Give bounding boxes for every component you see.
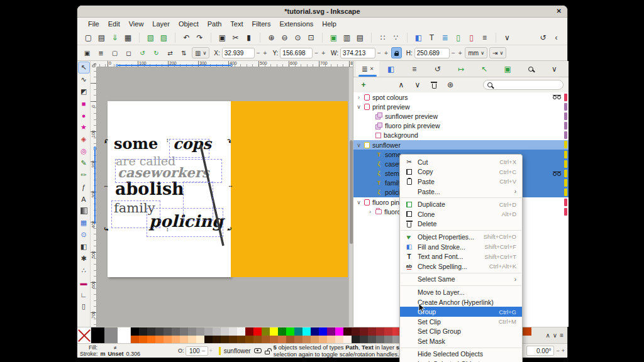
y-input[interactable] <box>280 48 313 58</box>
flip-horizontal-icon[interactable]: ⇄ <box>164 47 176 59</box>
visibility-glasses-icon[interactable] <box>553 95 561 99</box>
skew-handle-right[interactable]: ↔ <box>228 183 233 189</box>
palette-swatch[interactable] <box>343 327 352 336</box>
rectangle-tool[interactable]: ■ <box>78 97 90 109</box>
rotate-ccw-icon[interactable]: ↺ <box>136 47 148 59</box>
paint-bucket-tool[interactable]: ◧ <box>78 241 90 253</box>
menu-item-delete[interactable]: Delete <box>400 219 522 229</box>
menu-item-text-and-font-[interactable]: TText and Font...Shift+Ctrl+T <box>400 251 522 261</box>
menu-item-set-mask[interactable]: Set Mask <box>400 336 522 346</box>
palette-swatch[interactable] <box>352 336 360 343</box>
lock-ratio-button[interactable] <box>391 47 402 58</box>
palette-swatch[interactable] <box>270 327 278 336</box>
palette-swatch[interactable] <box>286 336 294 343</box>
palette-swatch[interactable] <box>253 327 262 336</box>
x-minus[interactable]: − <box>255 50 262 57</box>
palette-swatch[interactable] <box>147 327 155 336</box>
palette-swatch[interactable] <box>368 336 376 343</box>
menu-object[interactable]: Object <box>174 19 203 29</box>
text-dialog-icon[interactable]: T <box>426 31 438 43</box>
palette-swatch[interactable] <box>319 336 327 343</box>
zoom-100-icon[interactable]: ⊙ <box>292 31 304 43</box>
close-icon[interactable]: ✕ <box>557 8 562 14</box>
menu-item-paste-[interactable]: Paste...› <box>400 187 522 197</box>
copy-icon[interactable]: ▣ <box>216 31 228 43</box>
skew-handle-bottom[interactable]: ↕ <box>166 227 169 233</box>
page[interactable]: some cops are called caseworkers abolish… <box>108 101 231 277</box>
tab-fill-stroke[interactable]: ◧ <box>379 61 402 77</box>
lock-guides-icon[interactable] <box>92 65 96 67</box>
palette-swatch[interactable] <box>213 327 221 336</box>
add-layer-button[interactable]: + <box>358 80 369 90</box>
tab-more[interactable]: ∨ <box>543 61 566 77</box>
palette-up-icon[interactable]: ∧ <box>546 332 550 339</box>
palette-swatch[interactable] <box>204 327 213 336</box>
deselect-icon[interactable]: ∵ <box>390 31 402 43</box>
palette-swatch[interactable] <box>155 327 164 336</box>
import-icon[interactable]: ▧ <box>145 31 157 43</box>
palette-swatch[interactable] <box>139 336 147 343</box>
palette-swatch[interactable] <box>229 327 237 336</box>
palette-swatch[interactable] <box>245 336 253 343</box>
deselect-icon[interactable]: ▢ <box>109 47 121 59</box>
artwork-word-some[interactable]: some <box>114 136 158 151</box>
menu-item-set-clip-group[interactable]: Set Clip Group <box>400 327 522 337</box>
menu-item-lock-selected-objects[interactable]: Lock Selected Objects <box>400 359 522 362</box>
palette-swatch[interactable] <box>221 336 229 343</box>
move-down-button[interactable]: ∨ <box>413 80 423 90</box>
doc-props-icon[interactable]: ▯ <box>465 31 477 43</box>
node-tool[interactable]: ∿ <box>78 74 90 85</box>
palette-swatch[interactable] <box>262 327 270 336</box>
select-all-layers-icon[interactable]: ≣ <box>95 47 107 59</box>
calligraphy-tool[interactable]: ƒ <box>78 181 90 193</box>
redo-icon[interactable]: ↷ <box>194 31 206 43</box>
palette-swatch[interactable] <box>278 327 286 336</box>
palette-swatch[interactable] <box>294 327 303 336</box>
opacity-plus[interactable]: + <box>209 348 213 354</box>
palette-swatch[interactable] <box>335 327 343 336</box>
palette-swatch[interactable] <box>376 336 384 343</box>
h-plus[interactable]: + <box>457 50 464 57</box>
collapse-icon[interactable]: ‹ <box>550 31 562 43</box>
palette-swatch[interactable] <box>196 327 204 336</box>
objects-search-input[interactable] <box>483 80 564 90</box>
palette-swatch[interactable] <box>131 336 139 343</box>
palette-swatch[interactable] <box>164 327 172 336</box>
layer-indicator[interactable]: sunflower <box>216 347 270 355</box>
layer-lock-icon[interactable] <box>265 351 270 354</box>
palette-swatch[interactable] <box>188 336 196 343</box>
open-icon[interactable]: ▤ <box>96 31 108 43</box>
skew-handle-top[interactable]: ↕ <box>166 138 169 143</box>
palette-swatch[interactable] <box>523 327 531 336</box>
xml-editor-icon[interactable]: ▯ <box>452 31 464 43</box>
palette-swatch[interactable] <box>180 336 188 343</box>
zoom-page-icon[interactable]: ⊡ <box>305 31 317 43</box>
paste-in-place-icon[interactable]: ▣ <box>328 31 340 43</box>
menu-filters[interactable]: Filters <box>248 19 275 29</box>
box3d-tool[interactable]: ◈ <box>78 133 90 145</box>
tree-row-background[interactable]: background <box>353 131 569 140</box>
palette-swatch[interactable] <box>237 327 245 336</box>
titlebar[interactable]: *tutorial.svg - Inkscape ✕ <box>77 6 567 18</box>
expander-icon[interactable]: › <box>367 209 373 215</box>
menu-file[interactable]: File <box>84 19 104 29</box>
opacity-input[interactable]: 100 − <box>186 346 208 356</box>
w-input[interactable] <box>340 48 375 58</box>
pages-tool[interactable]: ▯ <box>78 300 90 312</box>
fill-stroke-indicator[interactable]: Fill: ≠ Stroke: m Unset 0.306 <box>80 344 174 358</box>
tree-row-fluoro-pink-preview[interactable]: fluoro pink preview <box>353 121 569 131</box>
palette-swatch[interactable] <box>311 327 319 336</box>
palette-swatch[interactable] <box>343 336 352 343</box>
menu-item-fill-and-stroke-[interactable]: ◧Fill and Stroke...Shift+Ctrl+F <box>400 242 522 252</box>
menu-item-clone[interactable]: CloneAlt+D <box>400 209 522 219</box>
palette-swatch[interactable] <box>368 327 376 336</box>
expander-icon[interactable]: ∨ <box>356 104 362 110</box>
menu-path[interactable]: Path <box>203 19 226 29</box>
select-all-icon[interactable]: ∷ <box>377 31 389 43</box>
h-input[interactable] <box>414 48 450 58</box>
palette-swatch[interactable] <box>245 327 253 336</box>
palette-swatch[interactable] <box>213 336 221 343</box>
visibility-glasses-icon[interactable] <box>553 172 561 175</box>
rotation-minus[interactable]: − <box>556 348 559 354</box>
palette-swatch[interactable] <box>172 336 180 343</box>
